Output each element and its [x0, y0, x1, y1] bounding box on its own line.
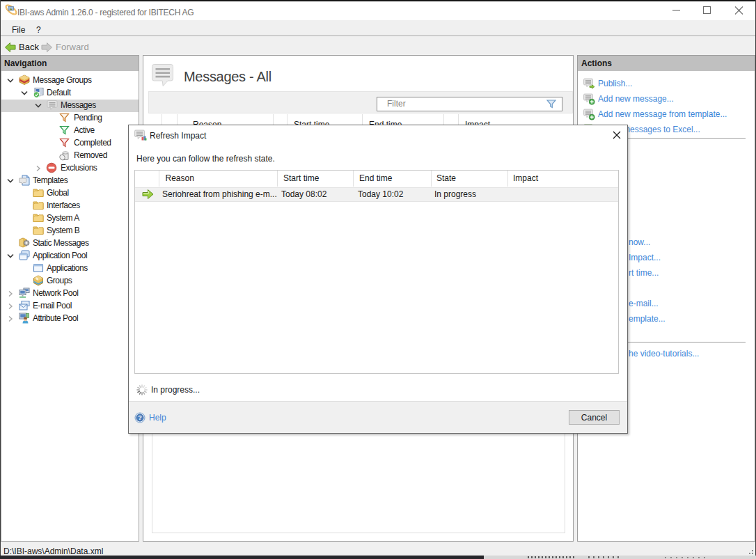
svg-text:?: ?: [138, 414, 142, 421]
